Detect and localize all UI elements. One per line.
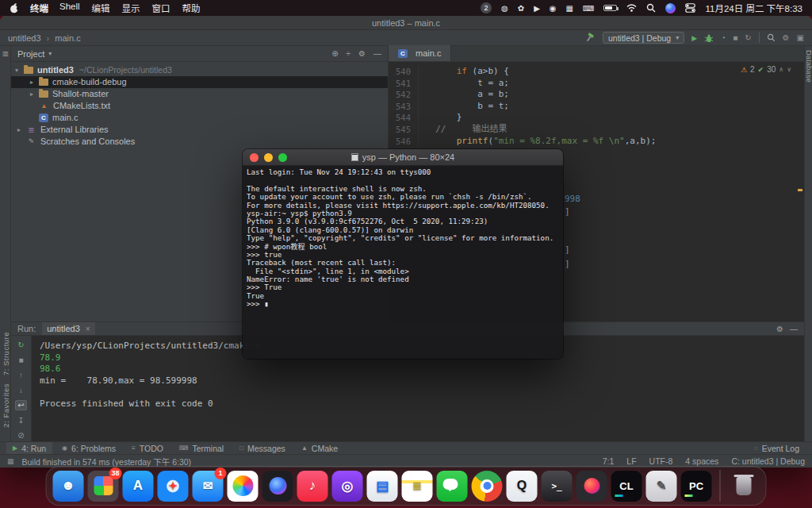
chrome[interactable] xyxy=(472,471,503,502)
close-icon[interactable]: × xyxy=(86,325,90,333)
layout-icon[interactable]: ▣ xyxy=(797,33,804,42)
inspections-widget[interactable]: ⚠ 2 ✔ 30 ∧ ∨ xyxy=(741,65,791,74)
menu-item[interactable]: 显示 xyxy=(122,2,140,14)
pycharm[interactable]: PC xyxy=(681,471,712,502)
status-dot-icon[interactable]: ◍ xyxy=(501,4,508,13)
tree-expander-icon[interactable]: ▸ xyxy=(30,88,39,100)
launchpad[interactable]: 38 xyxy=(88,471,119,502)
menu-item[interactable]: Shell xyxy=(59,2,80,14)
minimize-button[interactable] xyxy=(264,153,273,162)
menu-item[interactable]: 编辑 xyxy=(92,2,110,14)
down-stack-icon[interactable]: ↓ xyxy=(14,384,29,396)
control-center-icon[interactable] xyxy=(685,3,695,13)
project-tree-row[interactable]: ▾ untitled3 ~/CLionProjects/untitled3 xyxy=(11,64,388,76)
tool-cmake[interactable]: ▲ CMake xyxy=(295,442,344,455)
drawing-app[interactable]: ✎ xyxy=(646,471,677,502)
stripe-database-tab[interactable]: Database xyxy=(805,50,812,83)
stop-button[interactable]: ■ xyxy=(733,33,737,42)
qq[interactable]: Q xyxy=(507,471,538,502)
run-button[interactable]: ▶ xyxy=(691,34,697,42)
settings-gear-icon[interactable]: ⚙ xyxy=(783,33,790,42)
breadcrumb[interactable]: main.c xyxy=(41,33,81,43)
run-settings-gear-icon[interactable]: ⚙ xyxy=(776,325,783,333)
locate-file-icon[interactable]: ⊕ xyxy=(331,49,338,58)
run-config-dropdown[interactable]: untitled3 | Debug ▾ xyxy=(603,32,684,44)
close-button[interactable] xyxy=(250,153,259,162)
tree-expander-icon[interactable]: ▸ xyxy=(30,76,39,88)
project-panel-title[interactable]: Project ▾ xyxy=(17,49,52,59)
up-stack-icon[interactable]: ↑ xyxy=(14,369,29,381)
wechat[interactable] xyxy=(437,471,468,502)
hide-panel-icon[interactable]: — xyxy=(373,49,381,58)
flower-status-icon[interactable]: ✿ xyxy=(518,4,524,13)
battery-icon[interactable] xyxy=(603,5,617,11)
editor-tab-main-c[interactable]: C main.c xyxy=(389,45,451,61)
panel-settings-icon[interactable]: ⚙ xyxy=(358,49,366,58)
mail[interactable]: ✉ 1 xyxy=(193,471,224,502)
status-segment[interactable]: UTF-8 xyxy=(649,456,673,466)
menu-datetime[interactable]: 11月24日 周二 下午8:33 xyxy=(705,2,802,14)
status-segment[interactable]: LF xyxy=(626,456,636,466)
status-segment[interactable]: C: untitled3 | Debug xyxy=(731,456,805,466)
keyboard-input-icon[interactable]: ⌨ xyxy=(583,4,594,13)
run-hide-icon[interactable]: — xyxy=(790,325,798,333)
clion[interactable]: CL xyxy=(611,471,642,502)
project-tree-row[interactable]: ▲ CMakeLists.txt xyxy=(11,100,388,112)
project-tree-row[interactable]: ▸ cmake-build-debug xyxy=(11,76,388,88)
scroll-end-icon[interactable]: ↧ xyxy=(14,414,29,426)
finder[interactable]: ☻ xyxy=(53,471,84,502)
tree-expander-icon[interactable]: ▸ xyxy=(17,124,26,136)
project-tree-row[interactable]: ▸ ≣ External Libraries xyxy=(11,124,388,136)
zoom-button[interactable] xyxy=(278,153,287,162)
input-grid-icon[interactable]: ▦ xyxy=(566,4,573,13)
photos[interactable] xyxy=(228,471,259,502)
trash[interactable] xyxy=(729,471,760,502)
event-log-button[interactable]: ◌ Event Log xyxy=(748,442,806,455)
status-segment[interactable]: 4 spaces xyxy=(685,456,718,466)
tree-expander-icon[interactable]: ▾ xyxy=(15,64,24,76)
clion-titlebar[interactable]: untitled3 – main.c xyxy=(0,16,812,30)
menu-item[interactable]: 帮助 xyxy=(182,2,201,14)
app-menu-terminal[interactable]: 终端 xyxy=(30,2,48,14)
terminal-app[interactable]: >_ xyxy=(542,471,573,502)
prev-issue-icon[interactable]: ∧ xyxy=(779,66,783,73)
stripe-favorites-tab[interactable]: 2: Favorites xyxy=(0,383,11,428)
clear-icon[interactable]: ⊘ xyxy=(14,429,29,441)
stop-icon[interactable]: ■ xyxy=(14,354,29,366)
breadcrumb[interactable]: untitled3 xyxy=(8,33,41,43)
project-tree-row[interactable]: ✎ Scratches and Consoles xyxy=(11,136,388,148)
profiler-button[interactable]: ◔ xyxy=(721,33,726,42)
error-stripe-mark[interactable] xyxy=(798,189,802,191)
restart-icon[interactable]: ↻ xyxy=(745,33,751,42)
collapse-all-icon[interactable]: ÷ xyxy=(347,49,351,58)
terminal-window[interactable]: ysp — Python — 80×24 Last login: Tue Nov… xyxy=(243,149,563,359)
music[interactable]: ♪ xyxy=(297,471,328,502)
build-hammer-icon[interactable] xyxy=(585,33,596,43)
terminal-body[interactable]: Last login: Tue Nov 24 19:12:43 on ttys0… xyxy=(243,166,563,359)
notes[interactable]: ≣ xyxy=(402,471,433,502)
wifi-icon[interactable] xyxy=(626,4,637,12)
siri[interactable] xyxy=(262,471,293,502)
search-icon[interactable] xyxy=(767,33,776,42)
record-status-icon[interactable]: ◉ xyxy=(550,4,557,13)
tool-run[interactable]: ▶ 4: Run xyxy=(6,442,52,455)
tool-terminal[interactable]: ⌨ Terminal xyxy=(173,442,230,455)
siri-icon[interactable] xyxy=(665,3,676,13)
rerun-icon[interactable]: ↻ xyxy=(14,339,29,351)
run-tab[interactable]: untitled3 × xyxy=(42,322,94,335)
project-tree-row[interactable]: C main.c xyxy=(11,112,388,124)
next-issue-icon[interactable]: ∨ xyxy=(787,66,791,73)
softwrap-icon[interactable]: ↩ xyxy=(14,399,29,411)
menu-item[interactable]: 窗口 xyxy=(152,2,170,14)
spotlight-search-icon[interactable] xyxy=(646,3,656,13)
jetbrains-toolbox[interactable] xyxy=(576,471,607,502)
play-status-icon[interactable]: ▶ xyxy=(534,4,540,13)
safari[interactable]: ✦ xyxy=(158,471,189,502)
project-tree-row[interactable]: ▸ Shallot-master xyxy=(11,88,388,100)
tool-messages[interactable]: □ Messages xyxy=(233,442,292,455)
tool-problems[interactable]: ◉ 6: Problems xyxy=(56,442,122,455)
project-stripe-icon[interactable]: ▥ xyxy=(0,50,11,57)
apple-menu-icon[interactable] xyxy=(10,2,19,13)
tool-todo[interactable]: ≡ TODO xyxy=(125,442,170,455)
terminal-titlebar[interactable]: ysp — Python — 80×24 xyxy=(243,149,563,166)
